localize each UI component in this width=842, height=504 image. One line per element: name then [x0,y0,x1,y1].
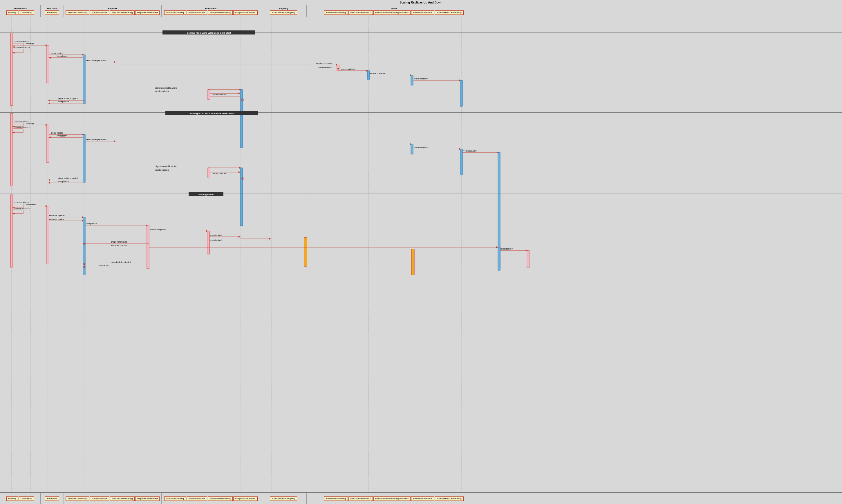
svg-rect-113 [83,217,85,275]
svg-text:<<endpoint>>: <<endpoint>> [210,234,223,236]
autoscalers-boxes: Waiting Calculating [6,11,34,15]
svg-rect-94 [240,168,243,226]
svg-text:<<executable>>: <<executable>> [370,72,385,74]
bottom-box-execspulling: ExecutablesPulling [324,497,348,501]
box-replicaslaunching: ReplicasLaunching [66,11,89,15]
svg-rect-71 [47,125,49,163]
svg-text:scale up: scale up [26,122,34,125]
svg-rect-101 [189,192,223,196]
group-node-label: Node [391,7,397,10]
bottom-box-replicaslaunching: ReplicasLaunching [66,497,89,501]
box-execsactive: ExecutablesActive [411,11,434,15]
box-replicasterminated: ReplicasTerminated [135,11,159,15]
svg-text:<<endpoint>>: <<endpoint>> [213,94,226,96]
svg-text:<<autoscaler>>: <<autoscaler>> [15,201,29,203]
svg-rect-136 [527,250,529,268]
bottom-group-autoscalers: Waiting Calculating [0,493,40,504]
group-replicas-label: Replicas [108,7,118,10]
svg-text:endpoint removed: endpoint removed [111,241,127,243]
svg-text:signal executable active: signal executable active [155,87,177,89]
svg-rect-36 [337,65,339,71]
group-replicas: Replicas ReplicasLaunching ReplicasActiv… [64,5,161,17]
svg-text:<<endpoint>>: <<endpoint>> [213,173,226,175]
svg-rect-25 [47,45,49,83]
svg-text:<<executable>>: <<executable>> [414,146,428,148]
svg-text:terminate replica: terminate replica [49,218,64,220]
svg-text:Scaling From Zero With Dead Co: Scaling From Zero With Dead Cold Start [187,32,231,34]
svg-point-62 [241,98,244,101]
svg-rect-83 [460,149,463,175]
svg-rect-20 [11,33,13,106]
box-calculating: Calculating [19,11,34,15]
svg-text:<<executable>>: <<executable>> [414,78,428,80]
svg-text:create replica: create replica [51,132,63,134]
bottom-box-endpointsremoving: EndpointsRemoving [208,497,233,501]
svg-text:<< autoscaler >>: << autoscaler >> [15,126,30,128]
box-replicasactive: ReplicasActive [90,11,109,15]
bottom-box-revisions: Revisions [45,497,59,501]
svg-rect-66 [11,114,13,186]
svg-text:create endpoint: create endpoint [155,169,169,171]
svg-rect-86 [498,152,500,268]
svg-text:scale down: scale down [26,203,36,205]
svg-rect-108 [47,206,49,264]
svg-rect-103 [11,195,13,267]
box-execslaunchingfromdisk: ExecutablesLaunchingFromDisk [374,11,411,15]
svg-text:<<autoscaler>>: <<autoscaler>> [15,40,29,42]
bottom-group-replicas: ReplicasLaunching ReplicasActive Replica… [64,493,161,504]
group-revisions-label: Revisions [47,7,58,10]
bottom-box-execsondisk: ExecutablesOnDisk [348,497,373,501]
box-replicasterminating: ReplicasTerminating [110,11,135,15]
box-endpointsremoving: EndpointsRemoving [208,11,233,15]
svg-text:<<replica>>: <<replica>> [58,101,69,103]
box-waiting: Waiting [6,11,18,15]
diagram-container: Scaling Replicas Up And Down Autoscalers… [0,0,842,504]
bottom-box-calculating: Calculating [19,497,34,501]
svg-text:<<executable>>: <<executable>> [341,68,356,70]
svg-rect-30 [83,55,85,104]
svg-text:signal active endpoint: signal active endpoint [58,177,78,179]
svg-text:terminate replicas: terminate replicas [49,214,65,217]
sequence-diagram-svg: Scaling From Zero With Dead Cold Start <… [0,17,842,492]
svg-point-99 [241,177,244,180]
bottom-box-endpointsactive: EndpointsActive [187,497,207,501]
svg-rect-41 [367,71,370,79]
svg-rect-119 [207,231,209,254]
svg-text:<<replica>>: <<replica>> [86,222,97,225]
header-row-bottom: Waiting Calculating Revisions ReplicasLa… [0,492,842,504]
svg-text:signal executable active: signal executable active [155,165,177,167]
group-registry: Registry ExecutablesInRegistry [260,5,307,17]
bottom-box-replicasterminating: ReplicasTerminating [110,497,135,501]
bottom-box-endpointsremoved: EndpointsRemoved [233,497,258,501]
bottom-box-waiting: Waiting [6,497,18,501]
bottom-group-registry: ExecutablesInRegistry [260,493,307,504]
svg-text:Scaling Down: Scaling Down [199,193,214,196]
svg-text:<<replica>>: <<replica>> [99,264,109,267]
svg-text:scale up: scale up [26,42,34,45]
svg-rect-18 [162,31,255,35]
svg-text:create endpoint: create endpoint [155,90,169,92]
svg-text:remove endpoints: remove endpoints [150,228,166,231]
svg-rect-55 [208,90,210,100]
svg-text:<<replica>>: <<replica>> [56,55,67,57]
bottom-group-revisions: Revisions [40,493,64,504]
svg-rect-56 [240,90,243,147]
svg-text:<< autoscaler >>: << autoscaler >> [15,207,30,209]
svg-rect-137 [498,247,500,270]
box-endpointsadding: EndpointsAdding [164,11,186,15]
box-execsondisk: ExecutablesOnDisk [348,11,373,15]
svg-rect-93 [208,168,210,178]
svg-text:<<replica>>: <<replica>> [56,135,67,137]
svg-text:executable terminated: executable terminated [111,261,131,263]
group-endpoints: Endpoints EndpointsAdding EndpointsActiv… [161,5,260,17]
box-revisions: Revisions [45,11,59,15]
svg-text:create executable: create executable [316,62,332,64]
bottom-box-replicasterminated: ReplicasTerminated [135,497,159,501]
group-autoscalers-label: Autoscalers [14,7,27,10]
svg-text:Select node placement: Select node placement [86,139,106,141]
group-registry-label: Registry [279,7,288,10]
box-execsinregistry: ExecutablesInRegistry [270,11,297,15]
svg-text:<<executable>>: <<executable>> [463,150,478,152]
svg-rect-124 [304,237,307,266]
bottom-box-endpointsadding: EndpointsAdding [164,497,186,501]
